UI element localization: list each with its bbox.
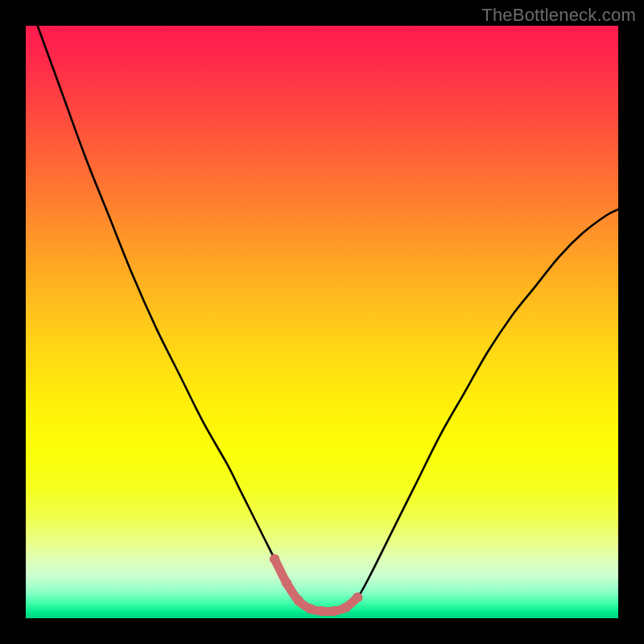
svg-point-5 xyxy=(329,606,339,616)
svg-point-4 xyxy=(317,606,327,616)
svg-point-1 xyxy=(282,578,291,588)
svg-point-2 xyxy=(293,596,303,605)
bottleneck-curve xyxy=(38,26,618,612)
curve-layer xyxy=(26,26,618,618)
plot-area xyxy=(26,26,618,618)
svg-point-6 xyxy=(341,603,350,613)
svg-point-7 xyxy=(353,592,362,602)
svg-point-3 xyxy=(305,604,315,613)
svg-point-0 xyxy=(270,554,279,564)
watermark-label: TheBottleneck.com xyxy=(481,5,636,26)
chart-frame: TheBottleneck.com xyxy=(0,0,644,644)
optimal-region-highlight xyxy=(270,554,362,616)
